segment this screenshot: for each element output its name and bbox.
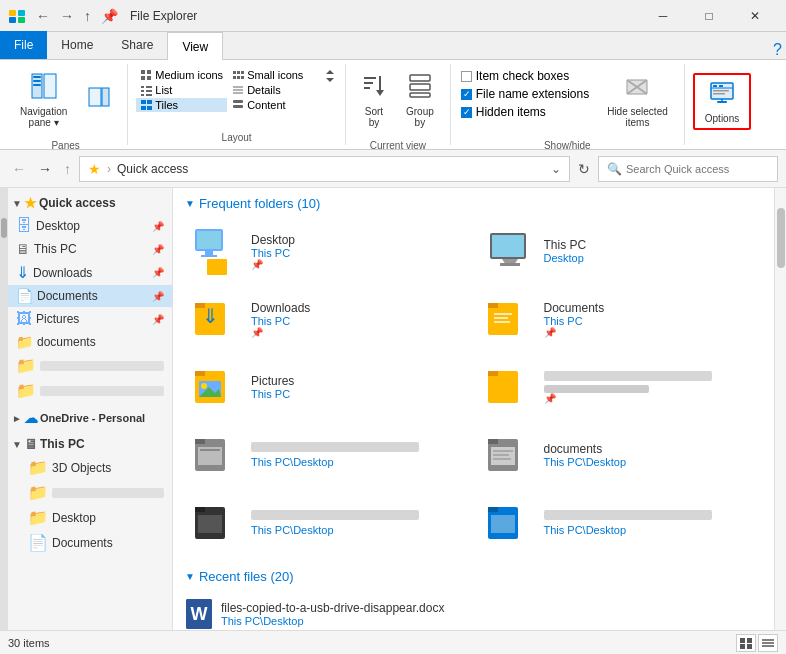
hide-selected-items-button[interactable]: Hide selecteditems [599, 68, 676, 132]
search-input[interactable] [626, 163, 769, 175]
folder-tile-thispc[interactable]: This PC Desktop [478, 221, 763, 281]
desktop-info: Desktop This PC 📌 [251, 233, 462, 270]
sidebar-item-pictures[interactable]: 🖼 Pictures 📌 [8, 307, 172, 331]
item-check-boxes-toggle[interactable]: Item check boxes [459, 68, 591, 84]
view-details-btn[interactable] [758, 634, 778, 652]
desktop-pin: 📌 [251, 259, 462, 270]
sidebar-item-downloads[interactable]: ⇓ Downloads 📌 [8, 260, 172, 285]
frequent-folders-header[interactable]: ▼ Frequent folders (10) [185, 196, 762, 211]
recent-files-header[interactable]: ▼ Recent files (20) [185, 569, 762, 584]
folder-tile-downloads[interactable]: ⇓ Downloads This PC 📌 [185, 289, 470, 349]
svg-rect-93 [198, 515, 222, 533]
layout-list[interactable]: List [136, 83, 227, 97]
sidebar-item-documents[interactable]: 📄 Documents 📌 [8, 285, 172, 307]
svg-rect-92 [195, 507, 205, 512]
folder-tile-documents[interactable]: Documents This PC 📌 [478, 289, 763, 349]
sidebar-item-3dobjects[interactable]: 📁 3D Objects [8, 455, 172, 480]
current-view-group-label: Current view [370, 136, 426, 153]
svg-rect-60 [201, 255, 217, 257]
hide-selected-items-label: Hide selecteditems [607, 106, 668, 128]
content-area: ▼ ★ Quick access 🗄 Desktop 📌 🖥 This PC 📌… [0, 188, 786, 630]
main-scrollbar-thumb[interactable] [777, 208, 785, 268]
desktop2-label: Desktop [52, 511, 96, 525]
sidebar-item-documents3[interactable]: 📄 Documents [8, 530, 172, 555]
thispc-expand[interactable]: ▼ 🖥 This PC [8, 433, 172, 455]
sidebar-item-blurred1[interactable]: 📁 [8, 353, 172, 378]
search-bar[interactable]: 🔍 [598, 156, 778, 182]
svg-rect-30 [141, 100, 146, 104]
folder-tile-blurred1[interactable]: 📌 [478, 357, 763, 417]
quick-access-star-icon: ★ [88, 161, 101, 177]
up-btn[interactable]: ↑ [80, 6, 95, 26]
minimize-button[interactable]: ─ [640, 0, 686, 32]
quick-access-expand[interactable]: ▼ ★ Quick access [8, 192, 172, 214]
sidebar-item-blurred2[interactable]: 📁 [8, 378, 172, 403]
main-scrollbar[interactable] [774, 188, 786, 630]
hidden-items-toggle[interactable]: Hidden items [459, 104, 591, 120]
addr-dropdown-icon[interactable]: ⌄ [551, 162, 561, 176]
group-by-button[interactable]: Groupby [398, 68, 442, 132]
tab-home[interactable]: Home [47, 31, 107, 59]
sort-by-button[interactable]: Sortby [354, 68, 394, 132]
pin-ribbon-btn[interactable]: 📌 [97, 6, 122, 26]
layout-dropdown[interactable] [323, 68, 337, 84]
tab-view[interactable]: View [167, 32, 223, 60]
close-button[interactable]: ✕ [732, 0, 778, 32]
folder-tile-pictures[interactable]: Pictures This PC [185, 357, 470, 417]
svg-rect-26 [146, 94, 152, 96]
layout-small-icons[interactable]: Small icons [228, 68, 319, 82]
onedrive-expand[interactable]: ► ☁ OneDrive - Personal [8, 407, 172, 429]
file-name-extensions-toggle[interactable]: File name extensions [459, 86, 591, 102]
layout-content[interactable]: Content [228, 98, 319, 112]
svg-rect-63 [492, 235, 524, 257]
forward-btn[interactable]: → [56, 6, 78, 26]
sidebar-scrollbar[interactable] [0, 188, 8, 630]
quick-access-chevron: ▼ [12, 198, 22, 209]
layout-medium-icons[interactable]: Medium icons [136, 68, 227, 82]
tab-share[interactable]: Share [107, 31, 167, 59]
pin-icon-documents: 📌 [152, 291, 164, 302]
recent-file-item-1[interactable]: W files-copied-to-a-usb-drive-disappear.… [185, 594, 762, 630]
svg-rect-86 [488, 439, 498, 444]
pictures-thumb [193, 363, 241, 411]
folder-tile-blurred2[interactable]: This PC\Desktop [185, 425, 470, 485]
folder-tile-blurred3[interactable]: This PC\Desktop [185, 493, 470, 553]
svg-rect-45 [410, 93, 430, 97]
svg-rect-7 [33, 80, 41, 82]
help-icon[interactable]: ? [773, 41, 782, 59]
layout-details[interactable]: Details [228, 83, 319, 97]
navigation-pane-button[interactable]: Navigationpane ▾ [12, 68, 75, 132]
sidebar-item-desktop2[interactable]: 📁 Desktop [8, 505, 172, 530]
view-large-icons-btn[interactable] [736, 634, 756, 652]
show-hide-checks: Item check boxes File name extensions Hi… [459, 68, 591, 120]
quick-access-star-sidebar: ★ [24, 195, 37, 211]
refresh-button[interactable]: ↻ [574, 159, 594, 179]
forward-arrow[interactable]: → [34, 159, 56, 179]
sidebar-item-desktop[interactable]: 🗄 Desktop 📌 [8, 214, 172, 238]
maximize-button[interactable]: □ [686, 0, 732, 32]
address-bar[interactable]: ★ › Quick access ⌄ [79, 156, 570, 182]
tab-file[interactable]: File [0, 31, 47, 59]
back-arrow[interactable]: ← [8, 159, 30, 179]
layout-tiles[interactable]: Tiles [136, 98, 227, 112]
back-btn[interactable]: ← [32, 6, 54, 26]
svg-rect-43 [410, 75, 430, 81]
svg-rect-33 [147, 106, 152, 110]
svg-rect-32 [147, 100, 152, 104]
panes-group-label: Panes [51, 136, 79, 153]
preview-pane-button[interactable] [79, 84, 119, 116]
folder-tile-desktop[interactable]: Desktop This PC 📌 [185, 221, 470, 281]
options-button[interactable]: Options [693, 73, 751, 130]
folder-tile-blurred4[interactable]: This PC\Desktop [478, 493, 763, 553]
svg-rect-100 [740, 638, 745, 643]
sidebar-item-davinci[interactable]: 📁 [8, 480, 172, 505]
sidebar-item-thispc[interactable]: 🖥 This PC 📌 [8, 238, 172, 260]
blurred-label-2 [40, 386, 164, 396]
titlebar: ← → ↑ 📌 File Explorer ─ □ ✕ [0, 0, 786, 32]
up-arrow[interactable]: ↑ [60, 159, 75, 179]
svg-rect-58 [197, 231, 221, 249]
svg-rect-19 [237, 76, 240, 79]
show-hide-group-label: Show/hide [544, 136, 591, 153]
folder-tile-documents-lowercase[interactable]: documents This PC\Desktop [478, 425, 763, 485]
sidebar-item-documents2[interactable]: 📁 documents [8, 331, 172, 353]
